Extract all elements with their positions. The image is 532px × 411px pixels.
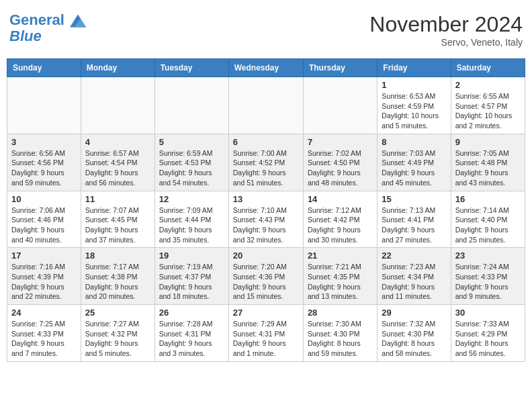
day-number: 30	[455, 308, 521, 318]
day-number: 20	[233, 250, 299, 261]
calendar-cell: 20Sunrise: 7:20 AMSunset: 4:36 PMDayligh…	[228, 248, 303, 305]
day-info: Sunrise: 7:29 AMSunset: 4:31 PMDaylight:…	[233, 320, 287, 357]
month-title: November 2024	[369, 12, 523, 37]
weekday-header-sunday: Sunday	[7, 59, 81, 77]
day-info: Sunrise: 7:32 AMSunset: 4:30 PMDaylight:…	[382, 320, 435, 357]
calendar-cell: 29Sunrise: 7:32 AMSunset: 4:30 PMDayligh…	[378, 305, 451, 362]
calendar-cell: 2Sunrise: 6:55 AMSunset: 4:57 PMDaylight…	[451, 77, 525, 134]
day-number: 22	[382, 250, 446, 261]
day-number: 6	[233, 137, 299, 147]
calendar-cell: 10Sunrise: 7:06 AMSunset: 4:46 PMDayligh…	[7, 191, 81, 248]
day-info: Sunrise: 7:17 AMSunset: 4:38 PMDaylight:…	[85, 263, 139, 300]
day-number: 19	[159, 250, 224, 261]
day-number: 11	[85, 194, 150, 204]
day-info: Sunrise: 7:06 AMSunset: 4:46 PMDaylight:…	[11, 206, 65, 244]
day-number: 9	[455, 137, 521, 147]
calendar-week-row: 24Sunrise: 7:25 AMSunset: 4:33 PMDayligh…	[7, 305, 525, 362]
day-number: 29	[382, 308, 446, 318]
day-number: 10	[11, 194, 77, 204]
day-info: Sunrise: 7:27 AMSunset: 4:32 PMDaylight:…	[85, 320, 139, 357]
day-info: Sunrise: 7:14 AMSunset: 4:40 PMDaylight:…	[455, 206, 509, 244]
day-number: 25	[85, 308, 150, 318]
day-number: 21	[308, 250, 373, 261]
day-number: 23	[455, 250, 521, 261]
day-info: Sunrise: 6:53 AMSunset: 4:59 PMDaylight:…	[382, 92, 439, 130]
calendar-cell	[303, 77, 377, 134]
day-info: Sunrise: 7:13 AMSunset: 4:41 PMDaylight:…	[382, 206, 435, 244]
day-info: Sunrise: 7:28 AMSunset: 4:31 PMDaylight:…	[159, 320, 213, 357]
calendar-cell: 26Sunrise: 7:28 AMSunset: 4:31 PMDayligh…	[154, 305, 228, 362]
day-number: 4	[85, 137, 150, 147]
day-info: Sunrise: 7:24 AMSunset: 4:33 PMDaylight:…	[455, 263, 509, 300]
calendar-cell: 14Sunrise: 7:12 AMSunset: 4:42 PMDayligh…	[303, 191, 377, 248]
calendar-cell: 4Sunrise: 6:57 AMSunset: 4:54 PMDaylight…	[81, 134, 154, 191]
weekday-header-thursday: Thursday	[303, 59, 377, 77]
calendar-cell: 1Sunrise: 6:53 AMSunset: 4:59 PMDaylight…	[378, 77, 451, 134]
day-info: Sunrise: 7:12 AMSunset: 4:42 PMDaylight:…	[308, 206, 361, 244]
day-info: Sunrise: 7:00 AMSunset: 4:52 PMDaylight:…	[233, 149, 287, 187]
day-info: Sunrise: 7:30 AMSunset: 4:30 PMDaylight:…	[308, 320, 361, 357]
logo-text: General	[9, 12, 86, 28]
calendar-cell	[81, 77, 154, 134]
calendar-cell: 23Sunrise: 7:24 AMSunset: 4:33 PMDayligh…	[451, 248, 525, 305]
calendar-week-row: 1Sunrise: 6:53 AMSunset: 4:59 PMDaylight…	[7, 77, 525, 134]
calendar-cell: 18Sunrise: 7:17 AMSunset: 4:38 PMDayligh…	[81, 248, 154, 305]
calendar-cell: 6Sunrise: 7:00 AMSunset: 4:52 PMDaylight…	[228, 134, 303, 191]
day-number: 3	[11, 137, 77, 147]
calendar-week-row: 3Sunrise: 6:56 AMSunset: 4:56 PMDaylight…	[7, 134, 525, 191]
calendar-cell	[154, 77, 228, 134]
calendar-cell: 16Sunrise: 7:14 AMSunset: 4:40 PMDayligh…	[451, 191, 525, 248]
day-info: Sunrise: 7:23 AMSunset: 4:34 PMDaylight:…	[382, 263, 435, 300]
day-info: Sunrise: 6:59 AMSunset: 4:53 PMDaylight:…	[159, 149, 213, 187]
day-info: Sunrise: 7:05 AMSunset: 4:48 PMDaylight:…	[455, 149, 509, 187]
day-info: Sunrise: 7:02 AMSunset: 4:50 PMDaylight:…	[308, 149, 361, 187]
page-header: General Blue November 2024 Servo, Veneto…	[7, 7, 525, 53]
day-number: 15	[382, 194, 446, 204]
calendar-cell: 21Sunrise: 7:21 AMSunset: 4:35 PMDayligh…	[303, 248, 377, 305]
logo: General Blue	[9, 12, 86, 44]
calendar-cell: 7Sunrise: 7:02 AMSunset: 4:50 PMDaylight…	[303, 134, 377, 191]
calendar-week-row: 10Sunrise: 7:06 AMSunset: 4:46 PMDayligh…	[7, 191, 525, 248]
calendar-cell: 19Sunrise: 7:19 AMSunset: 4:37 PMDayligh…	[154, 248, 228, 305]
calendar-header-row: SundayMondayTuesdayWednesdayThursdayFrid…	[7, 59, 525, 77]
calendar-cell: 22Sunrise: 7:23 AMSunset: 4:34 PMDayligh…	[378, 248, 451, 305]
day-info: Sunrise: 6:56 AMSunset: 4:56 PMDaylight:…	[11, 149, 65, 187]
title-block: November 2024 Servo, Veneto, Italy	[369, 12, 523, 48]
day-info: Sunrise: 7:09 AMSunset: 4:44 PMDaylight:…	[159, 206, 213, 244]
day-info: Sunrise: 7:25 AMSunset: 4:33 PMDaylight:…	[11, 320, 65, 357]
weekday-header-friday: Friday	[378, 59, 451, 77]
logo-text2: Blue	[9, 28, 86, 44]
weekday-header-saturday: Saturday	[451, 59, 525, 77]
day-number: 13	[233, 194, 299, 204]
day-number: 14	[308, 194, 373, 204]
weekday-header-monday: Monday	[81, 59, 154, 77]
day-number: 17	[11, 250, 77, 261]
calendar-cell: 12Sunrise: 7:09 AMSunset: 4:44 PMDayligh…	[154, 191, 228, 248]
calendar-cell: 3Sunrise: 6:56 AMSunset: 4:56 PMDaylight…	[7, 134, 81, 191]
weekday-header-tuesday: Tuesday	[154, 59, 228, 77]
day-number: 1	[382, 80, 446, 90]
day-number: 26	[159, 308, 224, 318]
calendar-cell: 27Sunrise: 7:29 AMSunset: 4:31 PMDayligh…	[228, 305, 303, 362]
day-number: 16	[455, 194, 521, 204]
day-number: 7	[308, 137, 373, 147]
day-number: 12	[159, 194, 224, 204]
day-number: 8	[382, 137, 446, 147]
day-info: Sunrise: 7:07 AMSunset: 4:45 PMDaylight:…	[85, 206, 139, 244]
calendar-cell: 30Sunrise: 7:33 AMSunset: 4:29 PMDayligh…	[451, 305, 525, 362]
day-info: Sunrise: 6:55 AMSunset: 4:57 PMDaylight:…	[455, 92, 513, 130]
day-number: 5	[159, 137, 224, 147]
day-number: 28	[308, 308, 373, 318]
calendar-cell: 15Sunrise: 7:13 AMSunset: 4:41 PMDayligh…	[378, 191, 451, 248]
day-info: Sunrise: 7:33 AMSunset: 4:29 PMDaylight:…	[455, 320, 509, 357]
calendar-cell: 9Sunrise: 7:05 AMSunset: 4:48 PMDaylight…	[451, 134, 525, 191]
calendar-cell: 17Sunrise: 7:16 AMSunset: 4:39 PMDayligh…	[7, 248, 81, 305]
day-number: 27	[233, 308, 299, 318]
day-number: 18	[85, 250, 150, 261]
calendar-cell: 24Sunrise: 7:25 AMSunset: 4:33 PMDayligh…	[7, 305, 81, 362]
day-info: Sunrise: 7:20 AMSunset: 4:36 PMDaylight:…	[233, 263, 287, 300]
calendar-cell: 8Sunrise: 7:03 AMSunset: 4:49 PMDaylight…	[378, 134, 451, 191]
calendar-cell: 25Sunrise: 7:27 AMSunset: 4:32 PMDayligh…	[81, 305, 154, 362]
day-number: 2	[455, 80, 521, 90]
calendar-cell	[7, 77, 81, 134]
